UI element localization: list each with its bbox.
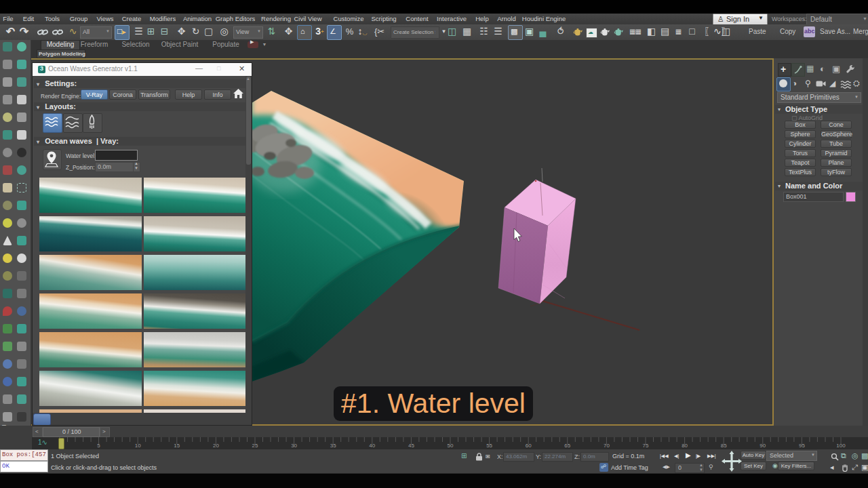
svg-text:95: 95	[799, 443, 805, 449]
svg-text:75: 75	[643, 443, 649, 449]
svg-text:35: 35	[330, 443, 336, 449]
svg-text:10: 10	[135, 443, 141, 449]
svg-text:55: 55	[486, 443, 492, 449]
svg-text:50: 50	[448, 443, 454, 449]
svg-text:80: 80	[682, 443, 688, 449]
svg-text:15: 15	[174, 443, 180, 449]
svg-text:45: 45	[408, 443, 414, 449]
svg-text:60: 60	[526, 443, 532, 449]
svg-text:25: 25	[252, 443, 258, 449]
svg-text:30: 30	[291, 443, 297, 449]
svg-text:40: 40	[369, 443, 375, 449]
svg-text:5: 5	[97, 443, 100, 449]
svg-text:90: 90	[760, 443, 766, 449]
svg-text:65: 65	[564, 443, 570, 449]
svg-text:20: 20	[213, 443, 219, 449]
svg-text:70: 70	[604, 443, 610, 449]
svg-text:100: 100	[836, 443, 846, 449]
svg-text:85: 85	[721, 443, 727, 449]
